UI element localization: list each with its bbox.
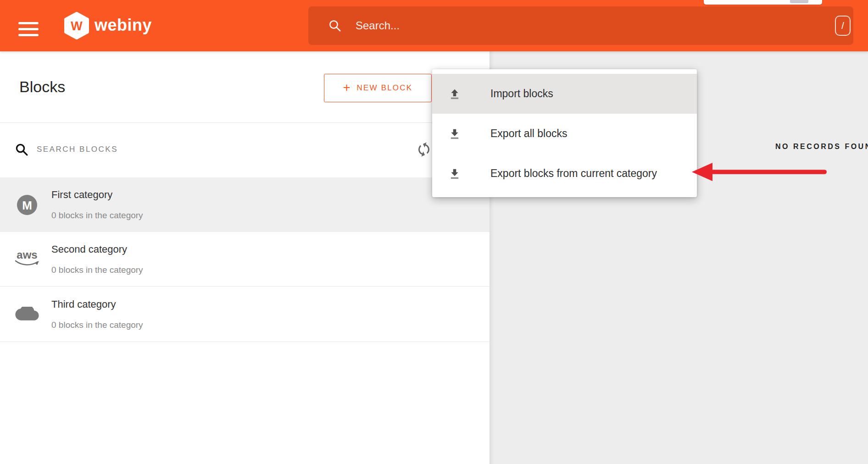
- category-name: Second category: [51, 243, 143, 255]
- webiny-logo[interactable]: W webiny: [64, 12, 89, 39]
- webiny-hexagon-icon: W: [64, 12, 89, 39]
- clipped-popup-control: [790, 0, 808, 3]
- category-name: Third category: [51, 298, 143, 310]
- cloudflare-logo-icon: [15, 307, 39, 321]
- menu-item-label: Import blocks: [490, 88, 553, 100]
- aws-swoosh: [15, 260, 39, 266]
- app-screen: NO RECORDS FOUND W webiny / Blocks: [0, 0, 868, 464]
- category-description: 0 blocks in the category: [51, 210, 143, 221]
- menu-item-import-blocks[interactable]: Import blocks: [432, 74, 697, 114]
- menu-item-export-all-blocks[interactable]: Export all blocks: [432, 114, 697, 154]
- blocks-search-input[interactable]: [37, 140, 349, 159]
- download-icon: [449, 168, 461, 180]
- logo-letter: W: [71, 19, 83, 33]
- category-description: 0 blocks in the category: [51, 265, 143, 276]
- clipped-browser-popup: [704, 0, 822, 5]
- menu-item-export-blocks-current-category[interactable]: Export blocks from current category: [432, 154, 697, 193]
- brand-wordmark: webiny: [95, 16, 152, 35]
- download-icon: [449, 128, 461, 140]
- plus-icon: +: [343, 82, 351, 94]
- monero-logo-icon: M: [17, 194, 38, 215]
- monero-letter: M: [22, 199, 32, 212]
- menu-item-label: Export all blocks: [490, 127, 567, 140]
- global-search-input[interactable]: [356, 19, 835, 32]
- new-block-button[interactable]: + NEW BLOCK: [324, 74, 432, 102]
- no-records-message: NO RECORDS FOUND: [775, 143, 868, 151]
- new-block-label: NEW BLOCK: [356, 83, 412, 93]
- search-icon: [15, 143, 28, 156]
- section-divider: [0, 122, 490, 123]
- global-search-bar[interactable]: /: [308, 6, 853, 45]
- category-description: 0 blocks in the category: [51, 320, 143, 331]
- app-header: W webiny /: [0, 0, 868, 51]
- hamburger-menu-icon[interactable]: [18, 22, 39, 36]
- aws-logo-icon: aws: [15, 250, 39, 268]
- category-row-second[interactable]: aws Second category 0 blocks in the cate…: [0, 232, 490, 287]
- search-icon: [328, 19, 342, 33]
- export-import-menu: Import blocks Export all blocks Export b…: [432, 69, 697, 197]
- category-row-third[interactable]: Third category 0 blocks in the category: [0, 287, 490, 342]
- category-name: First category: [51, 188, 143, 201]
- menu-item-label: Export blocks from current category: [490, 167, 657, 180]
- upload-icon: [449, 88, 461, 100]
- refresh-icon[interactable]: [413, 139, 434, 160]
- category-row-first[interactable]: M First category 0 blocks in the categor…: [0, 177, 490, 232]
- aws-logo-text: aws: [15, 250, 39, 260]
- category-list: M First category 0 blocks in the categor…: [0, 177, 490, 342]
- keyboard-shortcut-badge: /: [835, 16, 851, 36]
- page-title: Blocks: [19, 78, 65, 96]
